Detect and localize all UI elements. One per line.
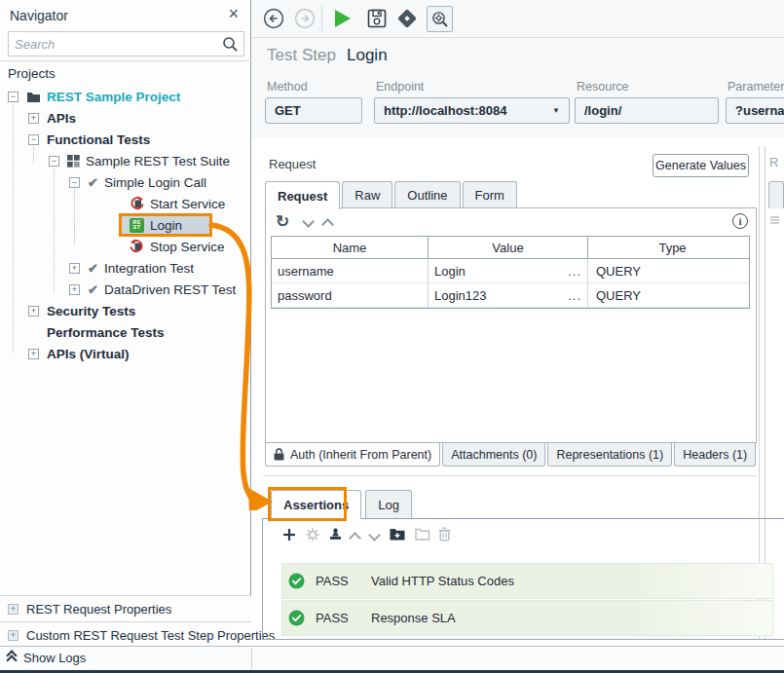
custom-rest-request-properties-panel[interactable]: + Custom REST Request Test Step Properti… bbox=[0, 621, 251, 648]
tree-item-datadriven-rest-test[interactable]: + ✔ DataDriven REST Test bbox=[0, 279, 249, 300]
parameters-field[interactable]: ?username bbox=[726, 97, 784, 124]
bottom-bar bbox=[0, 647, 784, 670]
response-tab-partial[interactable] bbox=[768, 181, 784, 208]
tree-item-apis-virtual[interactable]: + APIs (Virtual) bbox=[0, 343, 249, 364]
tab-form[interactable]: Form bbox=[463, 181, 517, 208]
inspect-settings-button[interactable] bbox=[427, 6, 453, 32]
close-icon[interactable]: × bbox=[228, 5, 239, 22]
endpoint-dropdown[interactable]: http://localhost:8084 ▼ bbox=[374, 97, 570, 124]
response-toolbar-icon bbox=[770, 215, 780, 225]
param-name-cell[interactable]: password bbox=[272, 283, 429, 307]
param-value-cell[interactable]: Login ... bbox=[429, 259, 588, 282]
tab-auth[interactable]: Auth (Inherit From Parent) bbox=[265, 443, 440, 467]
resource-label: Resource bbox=[577, 80, 629, 93]
tree-item-label: APIs (Virtual) bbox=[47, 347, 130, 361]
gear-icon[interactable] bbox=[306, 528, 319, 542]
param-value-cell[interactable]: Login123 ... bbox=[429, 283, 588, 307]
tab-headers[interactable]: Headers (1) bbox=[674, 443, 756, 467]
ellipsis-edit-button[interactable]: ... bbox=[568, 288, 581, 303]
info-icon[interactable]: i bbox=[732, 213, 748, 229]
tree-item-rest-sample-project[interactable]: − REST Sample Project bbox=[0, 86, 249, 107]
search-input[interactable] bbox=[9, 37, 222, 52]
generate-values-button[interactable]: Generate Values bbox=[653, 154, 749, 177]
tree-item-login[interactable]: REST Login bbox=[0, 214, 249, 236]
table-row[interactable]: username Login ... QUERY bbox=[272, 259, 749, 283]
folder-open-icon[interactable] bbox=[415, 528, 430, 541]
expand-expander-icon[interactable]: + bbox=[69, 263, 80, 274]
refresh-icon[interactable]: ↻ bbox=[276, 211, 289, 232]
tree-item-sample-rest-test-suite[interactable]: − Sample REST Test Suite bbox=[0, 150, 249, 171]
parameters-label: Parameters bbox=[728, 80, 784, 93]
rest-request-properties-panel[interactable]: + REST Request Properties bbox=[0, 595, 251, 621]
table-header-row: Name Value Type bbox=[272, 237, 749, 259]
tree-item-performance-tests[interactable]: Performance Tests bbox=[0, 321, 249, 343]
forward-button[interactable] bbox=[294, 8, 316, 29]
tree-item-integration-test[interactable]: + ✔ Integration Test bbox=[0, 257, 249, 279]
tab-outline[interactable]: Outline bbox=[394, 181, 460, 208]
test-suite-grid-icon bbox=[67, 155, 80, 168]
stamp-icon[interactable] bbox=[328, 527, 343, 542]
expand-expander-icon[interactable]: + bbox=[28, 113, 39, 124]
tab-request[interactable]: Request bbox=[265, 181, 340, 209]
trash-icon[interactable] bbox=[438, 527, 451, 542]
tree-item-functional-tests[interactable]: − Functional Tests bbox=[0, 129, 249, 150]
collapse-expander-icon[interactable]: − bbox=[28, 134, 39, 145]
folder-icon bbox=[26, 91, 41, 103]
tab-representations[interactable]: Representations (1) bbox=[547, 443, 672, 467]
collapse-expander-icon[interactable]: − bbox=[49, 156, 59, 167]
folder-add-icon[interactable] bbox=[390, 528, 405, 541]
collapse-expander-icon[interactable]: − bbox=[8, 92, 19, 102]
expand-expander-icon[interactable]: + bbox=[28, 349, 39, 359]
request-section-label: Request bbox=[269, 157, 316, 171]
resource-field[interactable]: /login/ bbox=[575, 97, 719, 124]
show-logs-button[interactable]: Show Logs bbox=[8, 651, 86, 665]
ellipsis-edit-button[interactable]: ... bbox=[568, 264, 581, 279]
page-title: Login bbox=[347, 46, 388, 65]
response-section-label: R bbox=[769, 155, 778, 169]
move-down-icon[interactable] bbox=[368, 529, 381, 542]
divider bbox=[0, 60, 251, 61]
assertion-row[interactable]: PASS Valid HTTP Status Codes bbox=[281, 563, 773, 599]
tree-item-label: REST Sample Project bbox=[47, 90, 180, 104]
add-assertion-icon[interactable] bbox=[282, 528, 296, 542]
tree-item-security-tests[interactable]: + Security Tests bbox=[0, 300, 249, 321]
param-type-cell[interactable]: QUERY bbox=[588, 259, 749, 282]
collapse-expander-icon[interactable]: − bbox=[69, 177, 80, 188]
param-name-cell[interactable]: username bbox=[272, 259, 429, 282]
toolbar-separator bbox=[321, 6, 322, 31]
tree-item-label: Functional Tests bbox=[47, 132, 150, 147]
tree-item-simple-login-call[interactable]: − ✔ Simple Login Call bbox=[0, 171, 249, 193]
assertion-status: PASS bbox=[316, 574, 371, 588]
expand-expander-icon[interactable]: + bbox=[69, 284, 80, 295]
tree-item-label: Start Service bbox=[150, 197, 225, 211]
expand-expander-icon[interactable]: + bbox=[8, 630, 19, 641]
tab-attachments[interactable]: Attachments (0) bbox=[442, 443, 545, 467]
divider bbox=[251, 648, 252, 669]
save-icon[interactable] bbox=[367, 9, 387, 28]
generate-values-label: Generate Values bbox=[655, 159, 746, 172]
back-button[interactable] bbox=[263, 8, 284, 29]
request-bottom-tabs: Auth (Inherit From Parent) Attachments (… bbox=[265, 443, 758, 467]
search-box[interactable] bbox=[8, 31, 244, 56]
chevron-down-icon[interactable]: ▼ bbox=[552, 106, 560, 115]
expand-expander-icon[interactable]: + bbox=[28, 306, 39, 317]
parameters-value: ?username bbox=[735, 103, 784, 118]
expand-expander-icon[interactable]: + bbox=[8, 604, 19, 615]
tree-item-start-service[interactable]: Start Service bbox=[0, 193, 249, 214]
param-type-cell[interactable]: QUERY bbox=[588, 283, 749, 307]
tab-log[interactable]: Log bbox=[365, 490, 412, 518]
run-button[interactable] bbox=[335, 10, 351, 27]
table-row[interactable]: password Login123 ... QUERY bbox=[272, 283, 749, 308]
tab-raw[interactable]: Raw bbox=[342, 181, 392, 208]
tree-item-stop-service[interactable]: Stop Service bbox=[0, 236, 249, 257]
tree-item-apis[interactable]: + APIs bbox=[0, 107, 249, 129]
move-up-icon[interactable] bbox=[349, 532, 361, 544]
double-chevron-up-icon bbox=[8, 652, 16, 664]
tree-item-label: Login bbox=[150, 218, 182, 233]
assertion-row[interactable]: PASS Response SLA bbox=[281, 600, 773, 636]
param-value: Login123 bbox=[434, 288, 487, 303]
endpoint-label: Endpoint bbox=[376, 80, 424, 93]
method-value: GET bbox=[275, 103, 301, 118]
assertion-name: Response SLA bbox=[371, 611, 456, 625]
method-field[interactable]: GET bbox=[265, 97, 362, 124]
